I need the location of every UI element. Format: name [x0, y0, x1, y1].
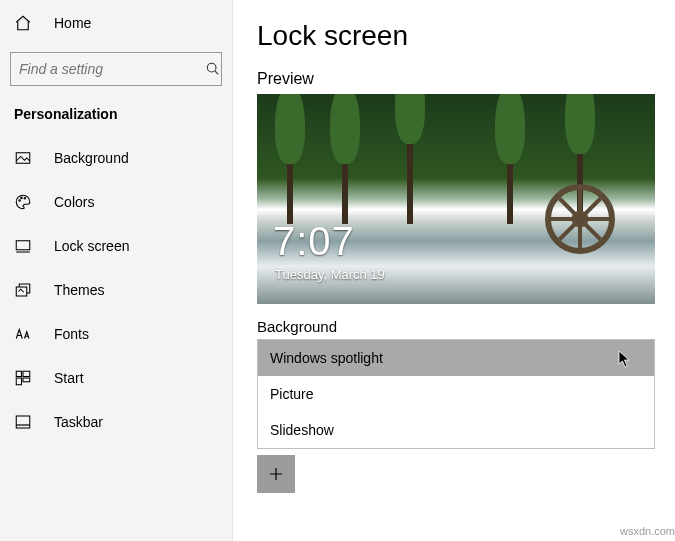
- search-box[interactable]: [10, 52, 222, 86]
- sidebar-item-label: Lock screen: [54, 238, 129, 254]
- dropdown-option-slideshow[interactable]: Slideshow: [258, 412, 654, 448]
- sidebar-item-label: Themes: [54, 282, 105, 298]
- dropdown-option-label: Windows spotlight: [270, 350, 383, 366]
- sidebar-item-label: Colors: [54, 194, 94, 210]
- page-title: Lock screen: [257, 20, 655, 52]
- sidebar-item-start[interactable]: Start: [0, 356, 232, 400]
- sidebar-item-label: Fonts: [54, 326, 89, 342]
- sidebar-item-label: Taskbar: [54, 414, 103, 430]
- svg-rect-8: [23, 371, 30, 376]
- sidebar-item-themes[interactable]: Themes: [0, 268, 232, 312]
- sidebar-item-colors[interactable]: Colors: [0, 180, 232, 224]
- dropdown-option-label: Picture: [270, 386, 314, 402]
- svg-rect-1: [16, 153, 30, 164]
- sidebar-item-fonts[interactable]: Fonts: [0, 312, 232, 356]
- add-button[interactable]: [257, 455, 295, 493]
- svg-point-2: [19, 200, 21, 202]
- plus-icon: [267, 465, 285, 483]
- sidebar-item-label: Background: [54, 150, 129, 166]
- preview-date: Tuesday, March 19: [275, 267, 385, 282]
- watermark: wsxdn.com: [620, 525, 675, 537]
- svg-rect-6: [16, 287, 27, 296]
- sidebar-item-lock-screen[interactable]: Lock screen: [0, 224, 232, 268]
- home-icon: [14, 14, 38, 32]
- preview-label: Preview: [257, 70, 655, 88]
- search-icon: [204, 61, 221, 77]
- background-label: Background: [257, 318, 655, 335]
- sidebar-item-taskbar[interactable]: Taskbar: [0, 400, 232, 444]
- sidebar-item-background[interactable]: Background: [0, 136, 232, 180]
- sidebar: Home Personalization Background: [0, 0, 233, 541]
- home-button[interactable]: Home: [0, 0, 232, 46]
- svg-rect-9: [16, 378, 21, 385]
- svg-rect-7: [16, 371, 21, 376]
- main-content: Lock screen Preview 7:07 Tuesday, March …: [233, 0, 675, 541]
- background-dropdown[interactable]: Windows spotlight Picture Slideshow: [257, 339, 655, 449]
- svg-point-3: [21, 197, 23, 199]
- section-title: Personalization: [0, 96, 232, 136]
- fonts-icon: [14, 325, 38, 343]
- cursor-icon: [618, 350, 632, 368]
- start-icon: [14, 369, 38, 387]
- preview-time: 7:07: [273, 219, 355, 264]
- svg-rect-10: [23, 378, 30, 382]
- dropdown-option-label: Slideshow: [270, 422, 334, 438]
- svg-point-4: [24, 198, 26, 200]
- svg-rect-11: [16, 416, 30, 428]
- taskbar-icon: [14, 413, 38, 431]
- palette-icon: [14, 193, 38, 211]
- svg-rect-5: [16, 241, 30, 250]
- lock-screen-preview: 7:07 Tuesday, March 19: [257, 94, 655, 304]
- lock-screen-icon: [14, 237, 38, 255]
- picture-icon: [14, 149, 38, 167]
- dropdown-option-windows-spotlight[interactable]: Windows spotlight: [258, 340, 654, 376]
- search-input[interactable]: [11, 61, 204, 77]
- themes-icon: [14, 281, 38, 299]
- dropdown-option-picture[interactable]: Picture: [258, 376, 654, 412]
- svg-point-0: [207, 63, 216, 72]
- sidebar-item-label: Start: [54, 370, 84, 386]
- home-label: Home: [54, 15, 91, 31]
- waterwheel-graphic: [545, 184, 615, 254]
